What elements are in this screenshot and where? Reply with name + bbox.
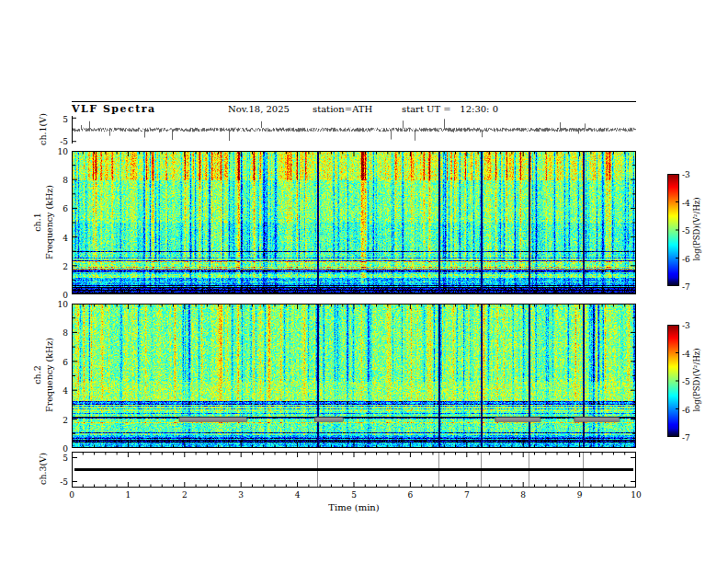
start-ut-label: start UT = 12:30: 0 bbox=[402, 104, 498, 114]
ch3-volt-tick-label: -5 bbox=[51, 477, 68, 487]
colorbar-tick-label: -6 bbox=[682, 255, 699, 264]
station-label: station=ATH bbox=[313, 104, 372, 114]
freq-tick-label: 4 bbox=[51, 386, 68, 396]
date-label: Nov.18, 2025 bbox=[228, 104, 290, 114]
freq-tick-label: 8 bbox=[51, 176, 68, 185]
ch1-volt-tick-label: -5 bbox=[51, 137, 68, 146]
ch1-volt-axis-label: ch.1(V) bbox=[38, 102, 48, 157]
vlf-spectra-figure: VLF Spectra Nov.18, 2025 station=ATH sta… bbox=[0, 0, 728, 563]
freq-tick-label: 10 bbox=[51, 300, 68, 309]
freq-tick-label: 6 bbox=[51, 204, 68, 213]
ch2-spec-channel-label: ch.2 bbox=[32, 357, 42, 394]
freq-tick-label: 0 bbox=[51, 444, 68, 454]
ch1-spec-channel-label: ch.1 bbox=[32, 204, 42, 241]
freq-tick-label: 2 bbox=[51, 416, 68, 425]
ch3-volt-tick-label: 5 bbox=[51, 454, 68, 463]
top-rule bbox=[72, 101, 636, 102]
colorbar-tick-label: -5 bbox=[682, 377, 699, 386]
freq-tick-label: 8 bbox=[51, 328, 68, 338]
ch3-volt-axis-label: ch.3(V) bbox=[38, 442, 48, 497]
freq-tick-label: 4 bbox=[51, 234, 68, 243]
colorbar-tick-label: -4 bbox=[682, 350, 699, 359]
x-tick-label: 8 bbox=[515, 490, 531, 500]
colorbar-tick-label: -4 bbox=[682, 199, 699, 208]
x-tick-label: 7 bbox=[459, 490, 475, 500]
colorbar-tick-label: -7 bbox=[682, 282, 699, 292]
ch1-volt-tick-label: 5 bbox=[51, 115, 68, 124]
x-tick-label: 4 bbox=[290, 490, 306, 500]
x-tick-label: 0 bbox=[63, 490, 80, 500]
ch1-freq-axis-label: Frequency (kHz) bbox=[44, 177, 54, 269]
x-tick-label: 3 bbox=[233, 490, 249, 500]
time-axis-label: Time (min) bbox=[317, 502, 391, 512]
x-tick-label: 1 bbox=[119, 490, 136, 500]
colorbar-tick-label: -6 bbox=[682, 406, 699, 415]
ch3-waveform-plot bbox=[72, 452, 636, 488]
colorbar-tick-label: -5 bbox=[682, 226, 699, 236]
ch1-spectrogram bbox=[72, 151, 636, 294]
freq-tick-label: 0 bbox=[51, 291, 68, 300]
x-tick-label: 9 bbox=[572, 490, 588, 500]
freq-tick-label: 6 bbox=[51, 358, 68, 367]
x-tick-label: 5 bbox=[346, 490, 362, 500]
colorbar-tick-label: -7 bbox=[682, 433, 699, 442]
ch1-colorbar bbox=[667, 174, 679, 286]
x-tick-label: 2 bbox=[176, 490, 193, 500]
ch2-colorbar bbox=[667, 325, 679, 437]
colorbar-tick-label: -3 bbox=[682, 321, 699, 330]
ch2-freq-axis-label: Frequency (kHz) bbox=[44, 329, 54, 421]
freq-tick-label: 2 bbox=[51, 262, 68, 271]
freq-tick-label: 10 bbox=[51, 147, 68, 156]
ch1-waveform-plot bbox=[72, 116, 636, 144]
plot-title: VLF Spectra bbox=[72, 103, 156, 115]
ch2-spectrogram bbox=[72, 304, 636, 448]
x-tick-label: 10 bbox=[628, 490, 644, 500]
x-tick-label: 6 bbox=[402, 490, 418, 500]
colorbar-tick-label: -3 bbox=[682, 170, 699, 179]
